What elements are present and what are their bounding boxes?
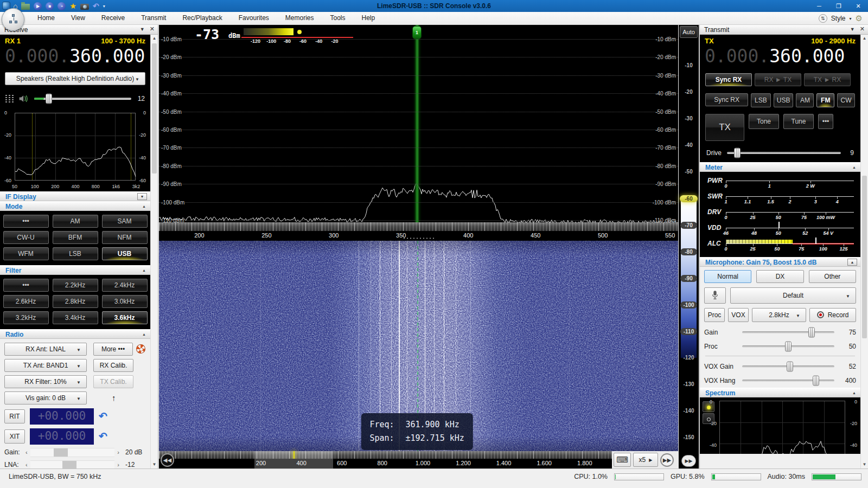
tx-to-rx-button[interactable]: TX ► RX: [804, 73, 851, 86]
rx-antenna-select[interactable]: RX Ant: LNAL ▼: [4, 343, 87, 356]
panel-menu-icon[interactable]: ▼: [140, 27, 145, 33]
transmit-button[interactable]: TX: [705, 114, 744, 141]
mode-button-sam[interactable]: SAM: [102, 215, 148, 228]
menu-tab-receive[interactable]: Receive: [93, 12, 133, 25]
tx-mode-button-cw[interactable]: CW: [837, 93, 855, 107]
menu-tab-home[interactable]: Home: [29, 12, 63, 25]
menu-tab-tools[interactable]: Tools: [322, 12, 354, 25]
collapse-arrow-icon[interactable]: ▲: [142, 332, 146, 336]
scroll-down-icon[interactable]: ▼: [861, 461, 868, 468]
zoom-x5-button[interactable]: x5 ▶: [633, 453, 658, 467]
spectrum-frequency-ruler[interactable]: [159, 222, 678, 231]
collapse-arrow-icon[interactable]: ▲: [142, 204, 146, 208]
menu-tab-favourites[interactable]: Favourites: [231, 12, 277, 25]
mode-button-am[interactable]: AM: [53, 215, 98, 228]
help-lifering-icon[interactable]: [136, 344, 145, 354]
pan-left-button[interactable]: ◀◀: [161, 453, 174, 467]
rit-value-display[interactable]: +00.000: [30, 408, 94, 425]
ribbon-collapse-icon[interactable]: ⇅: [819, 14, 827, 23]
gain-scale-tick[interactable]: -90: [680, 275, 697, 282]
restore-button[interactable]: ❐: [829, 0, 848, 12]
spectrum-display[interactable]: 1 -73 dBm -120-100-80-60-40-20 -10 dBm-1…: [159, 25, 678, 222]
tx-mode-button-am[interactable]: AM: [796, 93, 814, 107]
lna-scrollbar[interactable]: [30, 460, 115, 468]
rx-filter-select[interactable]: RX Filter: 10% ▼: [4, 375, 87, 388]
mic-slider-proc[interactable]: [742, 345, 834, 348]
tx-spectrum-toggle-on[interactable]: [703, 401, 714, 412]
rx-calib-button[interactable]: RX Calib.: [93, 359, 133, 372]
radio-section-header[interactable]: Radio ▲: [0, 329, 150, 339]
panel-menu-icon[interactable]: ▼: [850, 27, 855, 33]
gain-scale-tick[interactable]: -30: [679, 115, 699, 121]
menu-tab-help[interactable]: Help: [354, 12, 384, 25]
record-button[interactable]: Record: [809, 308, 856, 322]
style-menu[interactable]: Style: [831, 15, 846, 22]
transmit-scrollbar[interactable]: ▲ ▼: [860, 35, 868, 468]
gain-scale-tick[interactable]: -110: [680, 328, 697, 335]
menu-tab-transmit[interactable]: Transmit: [133, 12, 174, 25]
favourite-star-icon[interactable]: ★: [69, 2, 76, 10]
application-menu-button[interactable]: [2, 8, 24, 31]
receive-scrollbar[interactable]: ▲ ▼: [150, 35, 158, 468]
waterfall-display[interactable]: Freq: 361.900 kHz Span: ±192.715 kHz: [159, 241, 678, 451]
gain-scale-tick[interactable]: -10: [679, 62, 699, 68]
mode-button-nfm[interactable]: NFM: [102, 231, 148, 244]
tuning-marker[interactable]: 1: [415, 25, 419, 222]
lna-increase-arrow[interactable]: ›: [117, 461, 119, 468]
gain-decrease-arrow[interactable]: ‹: [25, 449, 28, 455]
tx-frequency-display[interactable]: 0.000.360.000: [700, 45, 860, 66]
collapse-arrow-icon[interactable]: ▲: [852, 391, 856, 395]
equalizer-icon[interactable]: [5, 95, 14, 102]
menu-tab-rec-playback[interactable]: Rec/Playback: [174, 12, 230, 25]
tx-more-button[interactable]: •••: [818, 114, 833, 129]
filter-button-3-2khz[interactable]: 3.2kHz: [3, 311, 49, 324]
mode-button-lsb[interactable]: LSB: [53, 247, 98, 260]
gain-scale-tick[interactable]: -120: [679, 355, 699, 361]
keyboard-entry-button[interactable]: ⌨: [614, 453, 631, 467]
gain-scroll-thumb[interactable]: [54, 448, 68, 457]
gain-scale-tick[interactable]: -60: [680, 195, 698, 202]
mic-slider-thumb[interactable]: [787, 361, 793, 371]
panel-close-icon[interactable]: ✕: [150, 25, 155, 33]
tune-button[interactable]: Tune: [783, 114, 814, 129]
gain-scale-tick[interactable]: -20: [679, 89, 699, 95]
tx-mode-button-lsb[interactable]: LSB: [751, 93, 771, 107]
mode-button-bfm[interactable]: BFM: [53, 231, 98, 244]
vox-button[interactable]: VOX: [728, 308, 749, 322]
volume-slider-thumb[interactable]: [46, 93, 52, 104]
filter-button-2-6khz[interactable]: 2.6kHz: [3, 295, 49, 308]
mode-button-wfm[interactable]: WFM: [3, 247, 49, 260]
filter-button-2-4khz[interactable]: 2.4kHz: [102, 279, 148, 292]
scroll-down-icon[interactable]: ▼: [151, 461, 158, 468]
filter-button-3-0khz[interactable]: 3.0kHz: [102, 295, 148, 308]
mic-profile-select[interactable]: Default ▼: [730, 287, 856, 304]
menu-tab-memories[interactable]: Memories: [277, 12, 322, 25]
folder-icon[interactable]: [21, 4, 30, 10]
xit-value-display[interactable]: +00.000: [30, 428, 94, 445]
mic-collapse-icon[interactable]: ▲: [847, 259, 857, 266]
gain-scrollbar[interactable]: [30, 448, 115, 457]
gain-scale-tick[interactable]: -130: [679, 381, 699, 387]
tx-calib-button[interactable]: TX Calib.: [93, 375, 133, 388]
gain-scale-tick[interactable]: -40: [679, 142, 699, 148]
tx-antenna-select[interactable]: TX Ant: BAND1 ▼: [4, 359, 87, 372]
mic-slider-thumb[interactable]: [785, 341, 792, 351]
sync-rx-mode-button[interactable]: Sync RX: [705, 93, 748, 106]
mic-slider-thumb[interactable]: [813, 375, 819, 386]
rx-frequency-display[interactable]: RX 1 100 - 3700 Hz 0.000.360.000: [0, 35, 150, 69]
filter-button-dots[interactable]: •••: [3, 279, 49, 292]
filter-section-header[interactable]: Filter ▲: [0, 265, 150, 275]
lna-scroll-thumb[interactable]: [62, 461, 76, 468]
collapse-arrow-icon[interactable]: ▲: [142, 268, 146, 272]
tx-audio-spectrum[interactable]: 00-20-20-40-40: [700, 397, 860, 454]
camera-icon[interactable]: [80, 4, 89, 10]
tx-mode-button-usb[interactable]: USB: [774, 93, 794, 107]
rit-button[interactable]: RIT: [4, 409, 25, 423]
gain-scale-tick[interactable]: -140: [679, 408, 699, 414]
tx-spectrum-section-header[interactable]: Spectrum ▲: [700, 388, 860, 397]
gain-scale-tick[interactable]: -100: [680, 301, 697, 309]
meter-section-header[interactable]: Meter ▲: [700, 162, 860, 172]
toolbar-dropdown-icon[interactable]: ▾: [103, 4, 105, 9]
mic-slider-thumb[interactable]: [808, 327, 815, 337]
filter-button-3-4khz[interactable]: 3.4kHz: [53, 311, 98, 324]
